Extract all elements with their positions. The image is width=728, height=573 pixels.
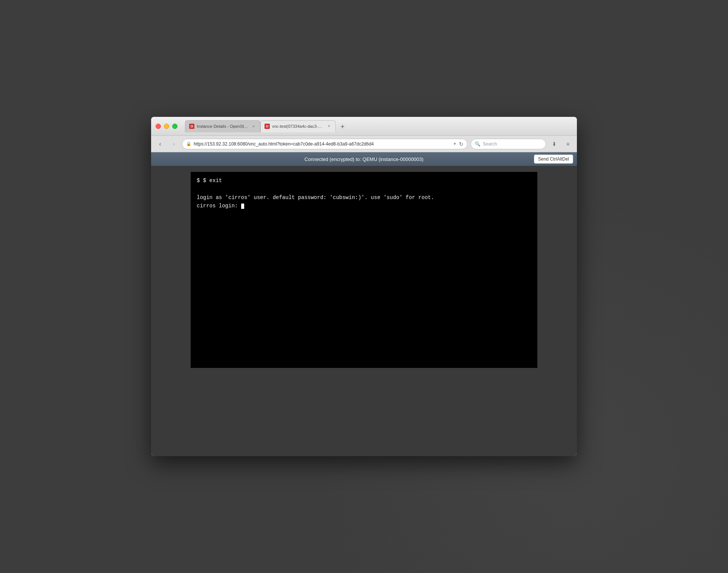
tab-title-1: Instance Details - OpenStac... xyxy=(197,124,249,129)
vnc-status-bar: Connected (encrypted) to: QEMU (instance… xyxy=(151,152,577,166)
tab-close-2[interactable]: × xyxy=(326,124,332,129)
tab-close-1[interactable]: × xyxy=(251,124,256,129)
tab-title-2: vnc-test(07334a4c-dac3-474b-8.... xyxy=(272,124,324,129)
vnc-status-text: Connected (encrypted) to: QEMU (instance… xyxy=(304,156,424,162)
forward-button[interactable]: › xyxy=(168,139,179,149)
title-bar: O Instance Details - OpenStac... × O vnc… xyxy=(151,117,577,136)
tab-vnc[interactable]: O vnc-test(07334a4c-dac3-474b-8.... × xyxy=(260,120,336,132)
back-icon: ‹ xyxy=(159,141,161,147)
terminal-line-1: $ $ exit xyxy=(197,176,531,185)
minimize-window-button[interactable] xyxy=(164,124,169,129)
hamburger-icon: ≡ xyxy=(566,141,569,147)
tabs-bar: O Instance Details - OpenStac... × O vnc… xyxy=(185,120,572,132)
nav-bar: ‹ › 🔒 https://153.92.32.108:6080/vnc_aut… xyxy=(151,136,577,152)
back-button[interactable]: ‹ xyxy=(155,139,165,149)
tab-favicon-1: O xyxy=(189,124,194,129)
download-icon: ⬇ xyxy=(552,141,557,147)
menu-button[interactable]: ≡ xyxy=(563,139,573,149)
terminal-line-2 xyxy=(197,185,531,193)
prompt-char: $ xyxy=(197,178,203,184)
search-placeholder: Search xyxy=(483,141,497,147)
search-icon: 🔍 xyxy=(475,141,480,147)
terminal-line-3: login as 'cirros' user. default password… xyxy=(197,193,531,202)
reload-button[interactable]: ↻ xyxy=(459,141,463,147)
traffic-lights xyxy=(156,124,177,129)
vnc-content: $ $ exit login as 'cirros' user. default… xyxy=(151,166,577,456)
maximize-window-button[interactable] xyxy=(172,124,177,129)
address-text: https://153.92.32.108:6080/vnc_auto.html… xyxy=(194,141,451,147)
new-tab-button[interactable]: + xyxy=(337,122,348,132)
search-bar[interactable]: 🔍 Search xyxy=(471,139,546,149)
forward-icon: › xyxy=(173,141,174,147)
download-button[interactable]: ⬇ xyxy=(549,139,560,149)
address-dropdown-icon[interactable]: ▼ xyxy=(453,142,457,146)
terminal-line-4: cirros login: xyxy=(197,202,531,210)
tab-instance-details[interactable]: O Instance Details - OpenStac... × xyxy=(185,120,260,132)
terminal-cursor xyxy=(241,204,244,209)
send-ctrlaltdel-button[interactable]: Send CtrlAltDel xyxy=(534,155,573,164)
terminal[interactable]: $ $ exit login as 'cirros' user. default… xyxy=(191,172,537,368)
close-window-button[interactable] xyxy=(156,124,161,129)
tab-favicon-2: O xyxy=(265,124,270,129)
lock-icon: 🔒 xyxy=(186,141,191,146)
browser-window: O Instance Details - OpenStac... × O vnc… xyxy=(151,117,577,456)
address-bar[interactable]: 🔒 https://153.92.32.108:6080/vnc_auto.ht… xyxy=(182,139,468,149)
